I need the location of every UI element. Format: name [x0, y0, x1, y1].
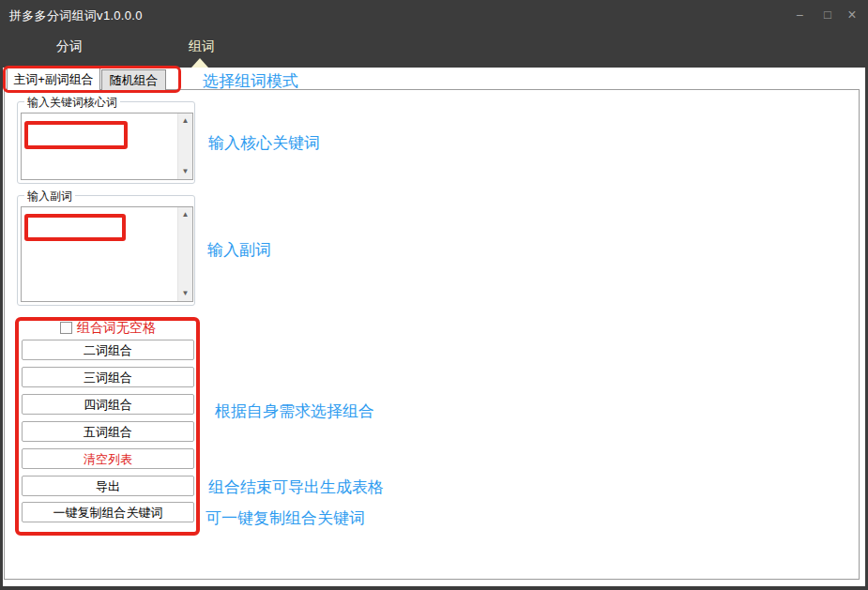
annotation-export-text: 组合结束可导出生成表格 — [208, 477, 384, 498]
maximize-icon: □ — [824, 8, 831, 22]
core-words-group-label: 输入关键词核心词 — [24, 95, 120, 111]
minimize-icon: − — [796, 8, 803, 23]
combine-3-words-button[interactable]: 三词组合 — [22, 367, 194, 387]
nav-tab-fenci[interactable]: 分词 — [37, 36, 102, 58]
sub-words-scrollbar[interactable]: ▲ ▼ — [177, 207, 192, 301]
content-area: 主词+副词组合 随机组合 选择组词模式 输入关键词核心词 ▲ ▼ 输入核心关键词… — [3, 68, 865, 586]
scroll-up-icon[interactable]: ▲ — [178, 113, 192, 129]
close-button[interactable]: × — [842, 6, 862, 24]
mode-tab-random[interactable]: 随机组合 — [101, 69, 166, 90]
combine-2-words-button[interactable]: 二词组合 — [22, 340, 194, 360]
close-icon: × — [847, 7, 856, 23]
core-words-textbox: ▲ ▼ — [21, 113, 193, 180]
sub-words-textarea[interactable] — [23, 208, 176, 300]
annotation-combine-text: 根据自身需求选择组合 — [215, 401, 374, 422]
combine-5-words-button[interactable]: 五词组合 — [22, 421, 194, 442]
annotation-copy-text: 可一键复制组合关键词 — [206, 507, 365, 529]
mode-tab-main-plus-sub[interactable]: 主词+副词组合 — [7, 68, 100, 90]
scroll-up-icon[interactable]: ▲ — [178, 207, 192, 222]
minimize-button[interactable]: − — [789, 6, 810, 24]
annotation-mode-text: 选择组词模式 — [203, 70, 298, 92]
active-tab-indicator-icon — [191, 58, 208, 68]
export-button[interactable]: 导出 — [22, 476, 194, 496]
core-words-scrollbar[interactable]: ▲ ▼ — [177, 113, 192, 179]
clear-list-button[interactable]: 清空列表 — [22, 448, 194, 469]
no-space-checkbox[interactable] — [60, 322, 72, 334]
maximize-button[interactable]: □ — [817, 6, 838, 24]
sub-words-group-label: 输入副词 — [24, 189, 75, 204]
scroll-down-icon[interactable]: ▼ — [178, 286, 192, 301]
scroll-down-icon[interactable]: ▼ — [178, 164, 192, 179]
annotation-sub-text: 输入副词 — [207, 239, 271, 261]
copy-combined-keywords-button[interactable]: 一键复制组合关键词 — [22, 502, 194, 522]
core-words-textarea[interactable] — [23, 114, 176, 178]
nav-tab-zuci[interactable]: 组词 — [169, 36, 235, 58]
combine-4-words-button[interactable]: 四词组合 — [22, 394, 194, 415]
annotation-core-text: 输入核心关键词 — [208, 132, 320, 154]
no-space-label: 组合词无空格 — [77, 320, 156, 337]
window-title: 拼多多分词组词v1.0.0.0 — [9, 8, 143, 24]
sub-words-textbox: ▲ ▼ — [21, 206, 193, 302]
